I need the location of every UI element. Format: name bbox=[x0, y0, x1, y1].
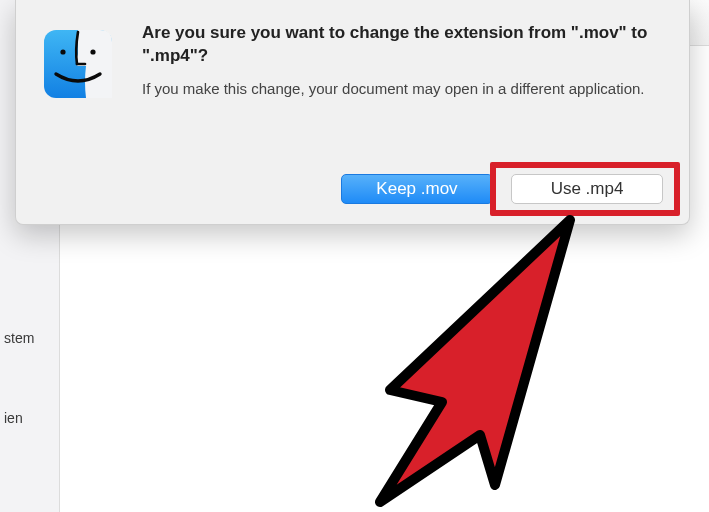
dialog-body: Are you sure you want to change the exte… bbox=[142, 22, 663, 204]
confirm-extension-dialog: Are you sure you want to change the exte… bbox=[15, 0, 690, 225]
sidebar-item-label: ien bbox=[4, 410, 23, 426]
sidebar-item[interactable] bbox=[0, 360, 59, 404]
keep-extension-button[interactable]: Keep .mov bbox=[341, 174, 493, 204]
sidebar-item[interactable]: stem bbox=[0, 316, 59, 360]
sidebar-item[interactable]: ien bbox=[0, 404, 59, 432]
dialog-message: If you make this change, your document m… bbox=[142, 78, 663, 99]
dialog-buttons: Keep .mov Use .mp4 bbox=[142, 174, 663, 204]
sidebar-item[interactable] bbox=[0, 260, 59, 288]
dialog-title: Are you sure you want to change the exte… bbox=[142, 22, 663, 68]
use-extension-button[interactable]: Use .mp4 bbox=[511, 174, 663, 204]
svg-point-1 bbox=[60, 49, 65, 54]
sidebar-item[interactable] bbox=[0, 288, 59, 316]
sidebar-item-label: stem bbox=[4, 330, 34, 346]
svg-point-2 bbox=[90, 49, 95, 54]
finder-icon bbox=[42, 28, 114, 100]
